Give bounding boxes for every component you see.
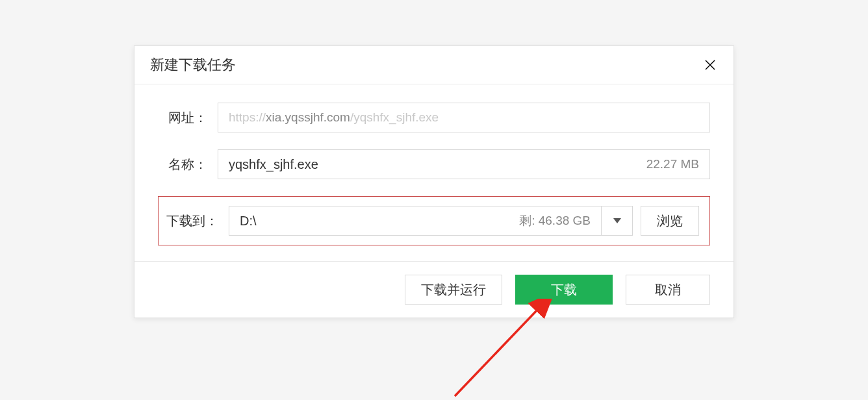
dialog-footer: 下载并运行 下载 取消 bbox=[134, 261, 734, 318]
name-label: 名称： bbox=[158, 156, 218, 173]
destination-label: 下载到： bbox=[159, 212, 229, 230]
download-and-run-button[interactable]: 下载并运行 bbox=[405, 275, 502, 305]
chevron-down-icon bbox=[613, 218, 621, 223]
svg-line-4 bbox=[455, 308, 539, 396]
dialog-title: 新建下载任务 bbox=[150, 55, 236, 75]
close-icon bbox=[704, 59, 716, 71]
file-size: 22.27 MB bbox=[646, 157, 699, 171]
name-row: 名称： 22.27 MB bbox=[158, 149, 710, 179]
svg-marker-2 bbox=[613, 218, 621, 223]
destination-row: 下载到： D:\ 剩: 46.38 GB 浏览 bbox=[158, 196, 710, 245]
dialog-body: 网址： https://xia.yqssjhf.com/yqshfx_sjhf.… bbox=[134, 84, 734, 261]
browse-button[interactable]: 浏览 bbox=[641, 206, 699, 236]
path-group: D:\ 剩: 46.38 GB 浏览 bbox=[229, 206, 699, 236]
close-button[interactable] bbox=[702, 57, 718, 73]
path-dropdown-button[interactable] bbox=[601, 206, 632, 236]
url-label: 网址： bbox=[158, 109, 218, 127]
download-dialog: 新建下载任务 网址： https://xia.yqssjhf.com/yqshf… bbox=[134, 45, 734, 318]
cancel-button[interactable]: 取消 bbox=[626, 275, 710, 305]
path-input-wrap: D:\ 剩: 46.38 GB bbox=[229, 206, 633, 236]
url-text: https://xia.yqssjhf.com/yqshfx_sjhf.exe bbox=[229, 110, 439, 125]
download-button[interactable]: 下载 bbox=[515, 275, 613, 305]
name-input-wrap: 22.27 MB bbox=[218, 149, 710, 179]
url-row: 网址： https://xia.yqssjhf.com/yqshfx_sjhf.… bbox=[158, 103, 710, 132]
url-input[interactable]: https://xia.yqssjhf.com/yqshfx_sjhf.exe bbox=[218, 103, 710, 132]
name-input[interactable] bbox=[229, 157, 639, 172]
remaining-space: 剩: 46.38 GB bbox=[519, 212, 601, 229]
path-input[interactable]: D:\ bbox=[240, 214, 519, 229]
dialog-header: 新建下载任务 bbox=[134, 46, 734, 84]
